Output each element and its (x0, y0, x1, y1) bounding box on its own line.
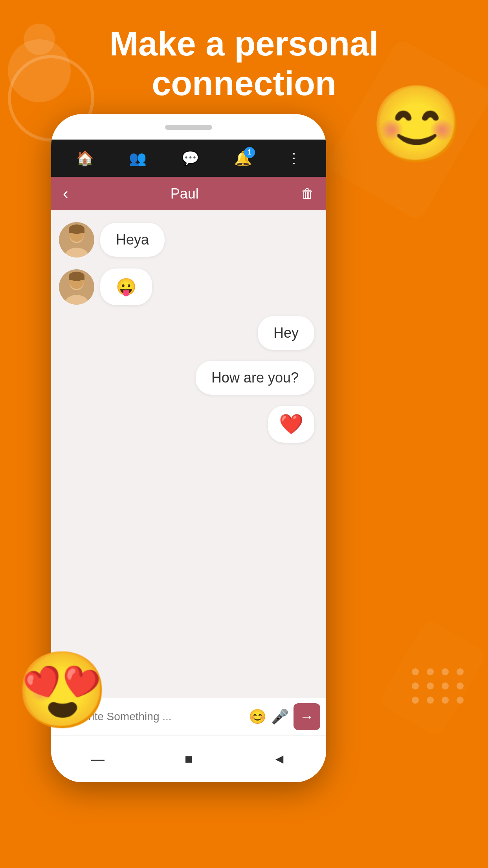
notification-badge: 1 (244, 147, 255, 158)
message-bubble-heya: Heya (100, 223, 165, 257)
message-bubble-hey: Hey (258, 316, 314, 350)
message-row-received-1: Heya (59, 222, 318, 257)
nav-home-icon[interactable]: 🏠 (76, 150, 94, 167)
contact-name: Paul (171, 186, 199, 202)
mic-icon[interactable]: 🎤 (271, 708, 289, 725)
send-arrow-icon: → (300, 708, 314, 725)
message-row-received-2: 😛 (59, 268, 318, 305)
emoji-picker-icon[interactable]: 😊 (249, 708, 266, 725)
message-row-sent-hey: Hey (59, 316, 318, 350)
messages-area: Heya 😛 Hey (51, 210, 326, 698)
back-button[interactable]: ‹ (63, 185, 68, 202)
dots-decoration (412, 668, 464, 704)
svg-rect-11 (69, 275, 84, 280)
header-title-line2: connection (152, 64, 336, 103)
nav-chat-icon[interactable]: 💬 (182, 150, 199, 167)
header-title-line1: Make a personal (110, 24, 379, 63)
phone-bottom-nav: — ■ ◄ (51, 735, 326, 782)
phone-home-btn[interactable]: ■ (185, 751, 193, 767)
delete-button[interactable]: 🗑 (301, 186, 314, 201)
message-bubble-emoji: 😛 (100, 268, 152, 305)
avatar-paul-1 (59, 222, 94, 257)
message-bubble-how: How are you? (196, 361, 314, 395)
phone-minimize-btn[interactable]: — (91, 751, 105, 767)
send-button[interactable]: → (294, 703, 320, 730)
phone-screen: 🏠 👥 💬 🔔 1 ⋮ ‹ Paul 🗑 (51, 140, 326, 735)
phone-speaker (165, 125, 212, 130)
smiley-top-icon: 😊 (370, 86, 449, 165)
nav-notification-icon[interactable]: 🔔 1 (234, 150, 252, 167)
message-bubble-heart: ❤️ (268, 406, 314, 443)
nav-more-icon[interactable]: ⋮ (287, 150, 301, 167)
phone-back-btn[interactable]: ◄ (273, 751, 286, 767)
smiley-bottom-icon: 😍 (16, 647, 109, 734)
top-nav-bar: 🏠 👥 💬 🔔 1 ⋮ (51, 140, 326, 177)
message-row-sent-heart: ❤️ (59, 406, 318, 443)
avatar-paul-2 (59, 269, 94, 305)
chat-header-bar: ‹ Paul 🗑 (51, 177, 326, 210)
nav-people-icon[interactable]: 👥 (129, 150, 147, 167)
message-row-sent-how: How are you? (59, 361, 318, 395)
svg-rect-5 (69, 228, 84, 233)
